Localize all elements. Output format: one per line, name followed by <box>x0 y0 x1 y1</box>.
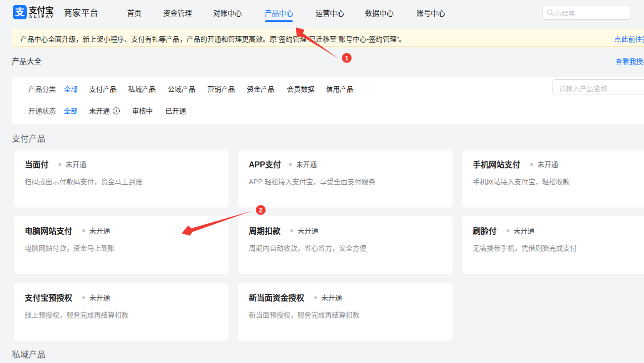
svg-text:1: 1 <box>345 54 348 62</box>
svg-text:2: 2 <box>259 207 262 214</box>
svg-text:支: 支 <box>14 7 25 17</box>
